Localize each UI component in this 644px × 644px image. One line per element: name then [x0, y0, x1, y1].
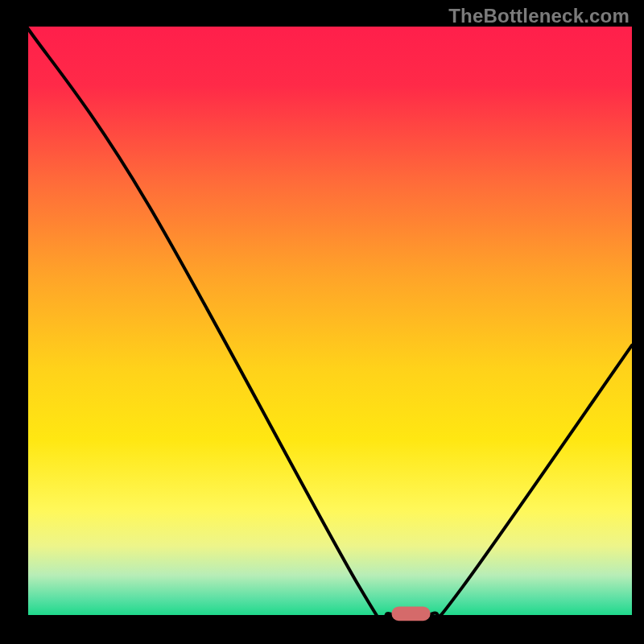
chart-svg [0, 0, 644, 644]
chart-container: TheBottleneck.com [0, 0, 644, 644]
plot-background [27, 27, 632, 617]
optimum-marker [391, 607, 430, 621]
